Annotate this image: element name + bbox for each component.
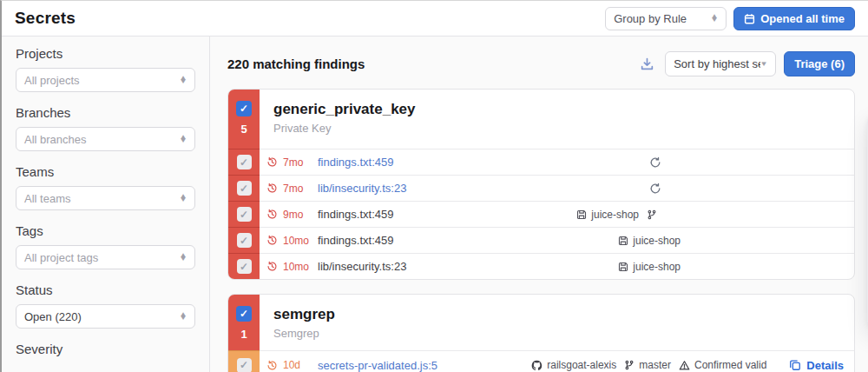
row-checkbox[interactable]: ✓ [237,207,252,222]
finding-group-generic-private-key: ✓ 5 generic_private_key Private Key ✓ [227,89,855,280]
age-label: 10d [283,359,311,371]
triage-button[interactable]: Triage (6) [784,51,855,76]
finding-row[interactable]: ✓ 10d secrets-pr-validated.js:5 [228,350,854,372]
top-bar: Secrets Group by Rule ▲▼ Opened all time [2,1,868,37]
repo-name: juice-shop [633,235,681,247]
age-label: 10mo [283,235,311,247]
sort-select[interactable]: Sort by highest severity ▼ [665,51,776,76]
age-label: 7mo [283,156,311,169]
status-value: Open (220) [24,310,82,323]
page-title: Secrets [15,9,76,28]
history-icon [266,360,278,371]
filter-sidebar: Projects All projects ▲▼ Branches All br… [2,37,210,372]
group-by-select[interactable]: Group by Rule ▲▼ [605,7,727,30]
warning-icon [679,360,690,371]
history-icon [266,235,278,246]
group-title: generic_private_key [273,101,416,118]
repo-name: railsgoat-alexis [547,359,616,371]
group-finding-count: 5 [240,123,247,136]
check-icon: ✓ [240,261,248,273]
repo-disk-icon [618,262,628,272]
check-icon: ✓ [240,359,248,371]
chevron-updown-icon: ▲▼ [179,254,187,261]
tags-select[interactable]: All project tags ▲▼ [16,245,195,269]
tags-label: Tags [16,223,195,238]
row-meta [649,183,661,195]
check-icon: ✓ [240,183,248,195]
finding-row[interactable]: ✓ 7mo findings.txt:459 [228,149,854,175]
chevron-updown-icon: ▲▼ [179,76,187,83]
severity-cell: ✓ [228,227,260,253]
details-icon [789,359,801,371]
chevron-updown-icon: ▲▼ [179,313,187,320]
severity-column: ✓ 5 [228,90,260,149]
group-finding-count: 1 [240,328,247,341]
validity-label: Confirmed valid [694,359,766,371]
file-link[interactable]: findings.txt:459 [318,208,393,221]
download-icon[interactable] [640,56,654,71]
check-icon: ✓ [240,103,248,115]
group-subtitle: Semgrep [273,327,335,340]
teams-label: Teams [16,164,195,179]
severity-cell: ✓ [228,350,260,372]
file-link[interactable]: lib/insecurity.ts:23 [318,260,406,273]
file-link[interactable]: findings.txt:459 [318,156,393,169]
age-label: 9mo [283,209,311,221]
projects-label: Projects [16,46,195,61]
triage-label: Triage (6) [794,57,845,70]
row-checkbox[interactable]: ✓ [237,181,252,196]
history-icon [266,209,278,220]
finding-row[interactable]: ✓ 7mo lib/insecurity.ts:23 [228,175,854,201]
details-button[interactable]: Details [789,359,844,372]
history-icon [266,183,278,194]
repo-name: juice-shop [591,209,639,221]
sort-value: Sort by highest severity [674,57,760,70]
repo-name: juice-shop [633,261,681,273]
row-meta: railsgoat-alexis master [531,359,844,372]
branch-icon [624,360,635,370]
severity-cell: ✓ [228,201,260,227]
calendar-icon [744,13,755,24]
severity-column: ✓ 1 [228,295,260,350]
finding-row[interactable]: ✓ 9mo findings.txt:459 [228,201,854,227]
history-icon [266,156,278,168]
file-link[interactable]: findings.txt:459 [318,234,393,247]
row-meta: juice-shop [576,209,657,221]
group-checkbox[interactable]: ✓ [236,101,252,116]
severity-cell: ✓ [228,149,260,175]
file-link[interactable]: secrets-pr-validated.js:5 [318,359,437,372]
history-icon [266,261,278,272]
teams-select[interactable]: All teams ▲▼ [16,186,195,210]
check-icon: ✓ [240,308,248,320]
row-checkbox[interactable]: ✓ [237,358,252,372]
teams-value: All teams [24,192,70,205]
tags-value: All project tags [24,251,98,264]
branches-value: All branches [24,133,87,146]
group-checkbox[interactable]: ✓ [236,306,252,322]
check-icon: ✓ [240,235,248,247]
status-select[interactable]: Open (220) ▲▼ [16,304,195,329]
matching-findings-count: 220 matching findings [227,56,365,71]
row-meta [649,156,661,169]
findings-main: 220 matching findings Sort by highest se… [210,37,868,372]
repo-disk-icon [618,236,628,246]
chevron-updown-icon: ▼ [760,63,768,66]
repo-disk-icon [576,209,587,220]
projects-value: All projects [24,74,80,87]
branch-name: master [639,359,671,371]
finding-row[interactable]: ✓ 10mo findings.txt:459 [228,227,854,253]
file-link[interactable]: lib/insecurity.ts:23 [318,182,406,195]
group-subtitle: Private Key [273,122,416,135]
opened-all-time-button[interactable]: Opened all time [733,7,855,30]
chevron-updown-icon: ▲▼ [179,195,187,202]
row-checkbox[interactable]: ✓ [237,233,252,248]
row-checkbox[interactable]: ✓ [237,259,252,274]
projects-select[interactable]: All projects ▲▼ [16,68,195,92]
finding-row[interactable]: ✓ 10mo lib/insecurity.ts:23 [228,253,854,279]
branches-select[interactable]: All branches ▲▼ [16,127,195,151]
row-checkbox[interactable]: ✓ [237,155,252,169]
refresh-icon [649,183,661,195]
chevron-updown-icon: ▲▼ [179,136,187,143]
branches-label: Branches [16,105,195,120]
github-icon [531,360,542,371]
